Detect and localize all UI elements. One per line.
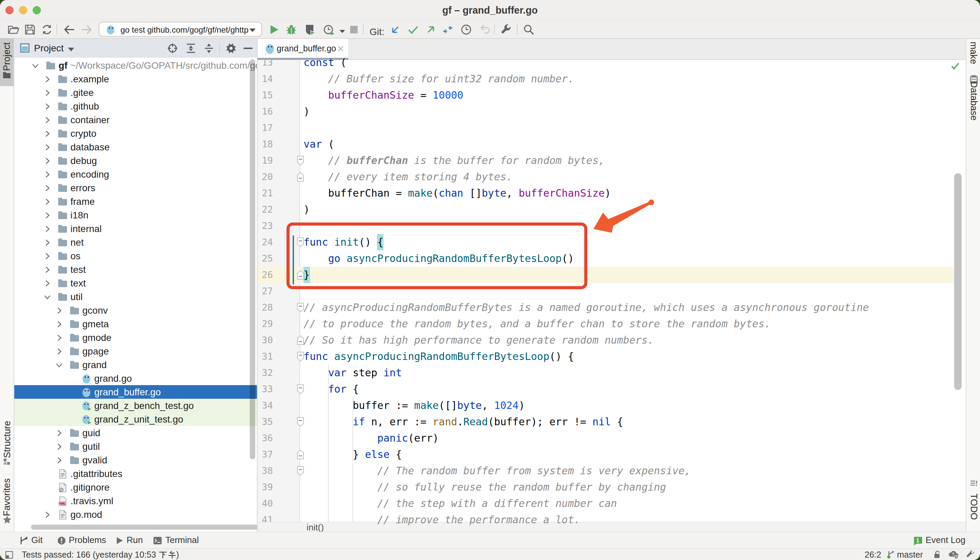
editor-vertical-scrollbar[interactable] [954, 173, 962, 390]
chevron-collapsed-icon[interactable] [55, 443, 63, 451]
run-configuration-select[interactable]: go test github.com/gogf/gf/net/ghttp [99, 22, 262, 37]
fold-end-marker[interactable] [297, 172, 304, 182]
default-cloud-settings-icon[interactable]: ? [948, 550, 959, 559]
tree-item--gitee[interactable]: .gitee [14, 86, 257, 99]
back-icon[interactable] [63, 23, 75, 36]
chevron-collapsed-icon[interactable] [43, 75, 52, 83]
chevron-collapsed-icon[interactable] [43, 225, 52, 233]
chevron-expanded-icon[interactable] [31, 62, 40, 70]
chevron-expanded-icon[interactable] [55, 361, 63, 369]
stripe-database-label[interactable]: Database [968, 81, 979, 121]
chevron-down-icon[interactable] [67, 47, 75, 52]
open-file-icon[interactable] [7, 23, 19, 36]
chevron-collapsed-icon[interactable] [55, 334, 63, 342]
tree-item--github[interactable]: .github [14, 99, 257, 113]
stripe-make-label[interactable]: make [968, 41, 978, 65]
toolwindow-event-log[interactable]: Event Log [925, 535, 965, 545]
status-message[interactable]: Tests passed: 166 (yesterday 10:53 ) [22, 550, 179, 560]
chevron-collapsed-icon[interactable] [43, 170, 52, 178]
toolwindow-toggle-icon[interactable] [5, 550, 13, 559]
tree-item-grand[interactable]: grand [14, 358, 257, 372]
profiler-chevron-icon[interactable] [339, 29, 346, 34]
tree-item-os[interactable]: os [14, 249, 257, 263]
chevron-collapsed-icon[interactable] [43, 89, 52, 97]
chevron-collapsed-icon[interactable] [43, 157, 52, 165]
hide-panel-icon[interactable] [243, 47, 252, 50]
tree-item-grand-z-bench-test-go[interactable]: grand_z_bench_test.go [14, 399, 257, 412]
tree-item-i18n[interactable]: i18n [14, 208, 257, 222]
tree-item-gutil[interactable]: gutil [14, 440, 257, 453]
stripe-favorites-label[interactable]: Favorites [2, 476, 12, 519]
tree-item-container[interactable]: container [14, 113, 257, 127]
tree-item-net[interactable]: net [14, 235, 257, 249]
tree-item-test[interactable]: test [14, 263, 257, 276]
chevron-collapsed-icon[interactable] [43, 116, 52, 124]
tree-item--example[interactable]: .example [14, 72, 257, 86]
chevron-collapsed-icon[interactable] [43, 511, 52, 519]
chevron-collapsed-icon[interactable] [55, 429, 63, 437]
close-tab-icon[interactable] [337, 45, 345, 53]
tree-item-util[interactable]: util [14, 290, 257, 303]
tree-item-guid[interactable]: guid [14, 426, 257, 440]
fold-start-marker[interactable] [297, 155, 304, 166]
run-with-coverage-icon[interactable] [303, 23, 316, 36]
tree-item-encoding[interactable]: encoding [14, 167, 257, 181]
tree-item-internal[interactable]: internal [14, 222, 257, 235]
toolwindow-terminal[interactable]: Terminal [165, 535, 199, 545]
expand-all-icon[interactable] [186, 43, 196, 53]
stripe-structure-label[interactable]: Structure [2, 418, 13, 461]
collapse-all-icon[interactable] [204, 43, 214, 53]
chevron-collapsed-icon[interactable] [43, 102, 52, 110]
tree-item-grand-go[interactable]: grand.go [14, 372, 257, 385]
wrench-icon[interactable] [500, 23, 512, 36]
minimize-window-button[interactable] [19, 6, 27, 14]
toolwindow-run[interactable]: Run [127, 535, 143, 545]
chevron-collapsed-icon[interactable] [43, 198, 52, 206]
tree-item--gitattributes[interactable]: .gitattributes [14, 467, 257, 480]
locate-icon[interactable] [167, 43, 178, 53]
chevron-collapsed-icon[interactable] [43, 279, 52, 287]
profiler-icon[interactable] [323, 23, 335, 36]
chevron-collapsed-icon[interactable] [43, 130, 52, 138]
update-project-icon[interactable] [389, 23, 402, 36]
search-everywhere-icon[interactable] [523, 23, 535, 36]
maximize-window-button[interactable] [33, 6, 41, 14]
tree-item-text[interactable]: text [14, 276, 257, 290]
chevron-collapsed-icon[interactable] [55, 456, 63, 464]
tree-item-gconv[interactable]: gconv [14, 303, 257, 317]
tree-item-gf[interactable]: gf ~/Workspace/Go/GOPATH/src/github.com/… [14, 58, 257, 72]
chevron-collapsed-icon[interactable] [55, 307, 63, 315]
fold-start-marker[interactable] [297, 466, 304, 476]
close-window-button[interactable] [5, 6, 13, 14]
chevron-collapsed-icon[interactable] [43, 143, 52, 152]
inspections-ok-icon[interactable] [950, 61, 960, 71]
tree-item-errors[interactable]: errors [14, 181, 257, 195]
tree-item-crypto[interactable]: crypto [14, 127, 257, 140]
tree-item-gvalid[interactable]: gvalid [14, 453, 257, 467]
tree-item-gmeta[interactable]: gmeta [14, 317, 257, 331]
chevron-collapsed-icon[interactable] [43, 184, 52, 192]
tree-item-grand-z-unit-test-go[interactable]: grand_z_unit_test.go [14, 412, 257, 426]
tree-item-grand-buffer-go[interactable]: grand_buffer.go [14, 385, 257, 399]
commit-icon[interactable] [407, 23, 419, 36]
unlocked-icon[interactable] [933, 550, 942, 559]
tree-item--gitignore[interactable]: .gitignore [14, 480, 257, 494]
screwdriver-icon[interactable] [966, 550, 975, 559]
run-icon[interactable] [268, 23, 280, 36]
chevron-collapsed-icon[interactable] [43, 211, 52, 220]
tree-item-database[interactable]: database [14, 140, 257, 154]
project-panel-title[interactable]: Project [34, 43, 63, 54]
tree-item-frame[interactable]: frame [14, 195, 257, 208]
settings-gear-icon[interactable] [226, 43, 236, 53]
synchronize-icon[interactable] [41, 23, 53, 36]
fold-start-marker[interactable] [297, 417, 304, 427]
diff-icon[interactable] [442, 23, 454, 36]
stripe-todo-label[interactable]: TODO [968, 494, 979, 519]
toolwindow-git[interactable]: Git [31, 535, 43, 545]
chevron-collapsed-icon[interactable] [43, 238, 52, 247]
chevron-collapsed-icon[interactable] [43, 266, 52, 274]
history-icon[interactable] [460, 23, 472, 36]
fold-end-marker[interactable] [297, 450, 304, 460]
project-tree-vertical-scrollbar[interactable] [250, 59, 255, 459]
fold-start-marker[interactable] [297, 352, 304, 362]
